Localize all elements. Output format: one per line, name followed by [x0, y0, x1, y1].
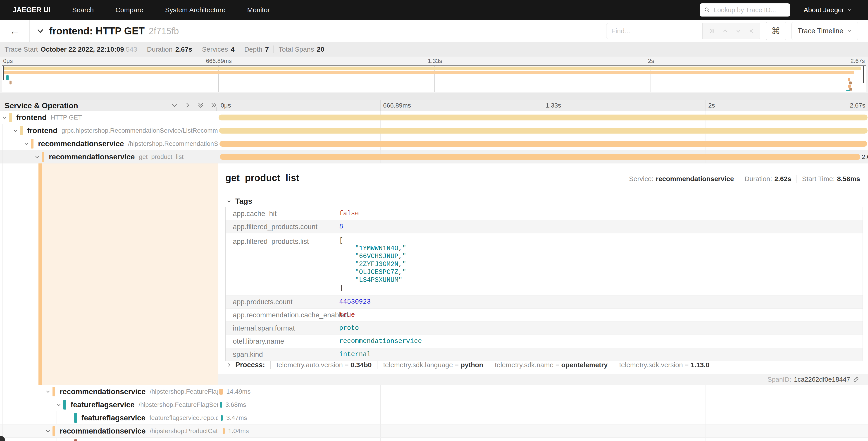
timeline-tick: 1.33s	[546, 102, 561, 109]
span-timeline-cell[interactable]: 14.49ms	[218, 385, 868, 398]
trace-start-label: Trace Start	[4, 46, 38, 53]
json-list-item: OLJCESPC7Z	[339, 268, 406, 276]
trace-id-short: 2f715fb	[149, 26, 179, 36]
span-color-chip	[74, 439, 77, 441]
minimap-right-drag-handle[interactable]	[863, 66, 864, 83]
tag-key: internal.span.format	[226, 324, 339, 332]
span-row-get-product-list[interactable]: recommendationservice get_product_list 2…	[0, 150, 868, 164]
trace-id-lookup[interactable]	[700, 3, 790, 17]
span-timeline-cell[interactable]: 3.47ms	[218, 411, 868, 424]
collapse-all-icon[interactable]	[197, 101, 204, 109]
chevron-down-icon[interactable]	[22, 141, 31, 147]
span-duration-bar[interactable]	[219, 128, 868, 134]
chevron-down-icon[interactable]	[43, 428, 53, 434]
minimap-canvas[interactable]	[2, 65, 866, 92]
span-row-featureflag-rpc-server[interactable]: featureflagservice /hipstershop.FeatureF…	[0, 398, 868, 411]
span-duration-bar[interactable]	[220, 154, 860, 160]
find-prev-icon[interactable]	[722, 28, 728, 34]
span-timeline-cell[interactable]: 3.68ms	[218, 398, 868, 411]
nav-item-search[interactable]: Search	[72, 6, 94, 14]
span-row-frontend-http-get[interactable]: frontend HTTP GET	[0, 111, 868, 124]
span-duration-bar[interactable]	[221, 415, 223, 421]
tags-section-toggle[interactable]: Tags	[226, 197, 252, 206]
collapse-one-icon[interactable]	[171, 101, 178, 109]
find-next-icon[interactable]	[735, 28, 742, 34]
span-duration-bar[interactable]	[223, 428, 225, 434]
json-list-item: 2ZYFJ3GM2N	[339, 260, 406, 268]
tag-key: app.filtered_products.count	[226, 223, 339, 231]
tag-value: 44530923	[339, 298, 371, 305]
find-input[interactable]	[607, 23, 702, 39]
tag-value: 8	[339, 223, 343, 231]
indent-guides	[0, 385, 43, 398]
back-button[interactable]: ←	[0, 20, 30, 42]
process-attr: telemetry.sdk.languagepython	[377, 361, 483, 369]
tag-key: app.products.count	[226, 298, 339, 306]
span-timeline-cell[interactable]	[218, 111, 868, 124]
chevron-down-icon[interactable]	[54, 402, 63, 408]
chevron-down-icon[interactable]	[43, 388, 53, 395]
span-color-chip	[31, 139, 33, 148]
chevron-down-icon[interactable]	[33, 154, 42, 160]
minimap-span-bar	[846, 90, 850, 91]
span-row-featureflag-rpc-client[interactable]: recommendationservice /hipstershop.Featu…	[0, 385, 868, 398]
span-row-productcatalog-rpc[interactable]: recommendationservice /hipstershop.Produ…	[0, 424, 868, 438]
total-spans-value: 20	[317, 46, 324, 53]
about-jaeger-menu[interactable]: About Jaeger	[804, 6, 852, 14]
brand-logo[interactable]: JAEGER UI	[13, 6, 51, 14]
divider-band	[0, 93, 868, 99]
span-row-partial[interactable]	[0, 438, 868, 441]
find-group	[606, 23, 760, 39]
span-timeline-cell[interactable]	[218, 124, 868, 137]
duration-label: Duration	[147, 46, 173, 53]
nav-item-compare[interactable]: Compare	[115, 6, 143, 14]
span-row-recommendation-rpc[interactable]: recommendationservice /hipstershop.Recom…	[0, 137, 868, 150]
span-row-frontend-grpc[interactable]: frontend grpc.hipstershop.Recommendation…	[0, 124, 868, 137]
span-timeline-cell[interactable]	[218, 137, 868, 150]
jaeger-trace-page: JAEGER UI Search Compare System Architec…	[0, 0, 868, 441]
nav-item-monitor[interactable]: Monitor	[247, 6, 270, 14]
locate-icon[interactable]	[709, 28, 715, 34]
trace-view-selector[interactable]: Trace Timeline	[792, 22, 858, 40]
span-duration-bar[interactable]	[219, 115, 868, 120]
chevron-down-icon	[36, 27, 44, 35]
trace-title: frontend: HTTP GET	[49, 25, 145, 37]
chevron-down-icon[interactable]	[11, 127, 20, 134]
span-color-chip	[53, 387, 55, 396]
collapse-trace-header-button[interactable]	[36, 27, 44, 35]
chevron-down-icon	[847, 7, 852, 12]
span-duration-bar[interactable]	[220, 402, 222, 408]
tag-value: false	[339, 210, 359, 217]
duration-value: 2.67s	[175, 46, 192, 53]
tag-key: app.filtered_products.list	[226, 237, 339, 246]
service-name: featureflagservice	[82, 414, 145, 422]
trace-id-lookup-input[interactable]	[713, 6, 786, 14]
span-timeline-cell[interactable]: 1.04ms	[218, 424, 868, 437]
json-bracket	[339, 284, 406, 292]
top-nav: JAEGER UI Search Compare System Architec…	[0, 0, 868, 20]
span-duration-bar[interactable]	[219, 389, 223, 394]
services-label: Services	[202, 46, 228, 53]
span-color-chip	[42, 152, 44, 161]
service-stat: Service:recommendationservice	[624, 175, 734, 183]
link-icon[interactable]	[853, 376, 859, 383]
service-name: recommendationservice	[49, 153, 135, 161]
process-section-toggle[interactable]: Process: telemetry.auto.version0.34b0 te…	[226, 361, 709, 369]
span-duration-bar[interactable]	[219, 141, 867, 147]
nav-item-system-architecture[interactable]: System Architecture	[165, 6, 226, 14]
json-list-item: 1YMWWN1N4O	[339, 244, 406, 253]
clear-find-icon[interactable]	[748, 28, 754, 34]
minimap-left-drag-handle[interactable]	[3, 66, 4, 80]
span-name-cell: featureflagservice featureflagservice.re…	[0, 411, 218, 424]
span-timeline-cell[interactable]: 2.62s	[218, 150, 868, 163]
keyboard-shortcuts-button[interactable]: ⌘	[766, 22, 786, 40]
back-arrow-icon: ←	[10, 25, 20, 37]
span-detail-left-column	[0, 164, 218, 385]
services-value: 4	[231, 46, 235, 53]
span-color-accent-bar	[38, 164, 42, 385]
span-timeline-cell[interactable]	[218, 438, 868, 441]
span-row-featureflag-repo-query[interactable]: featureflagservice featureflagservice.re…	[0, 411, 868, 424]
chevron-down-icon[interactable]	[0, 114, 9, 121]
expand-one-icon[interactable]	[184, 101, 191, 109]
indent-guides	[0, 150, 33, 163]
